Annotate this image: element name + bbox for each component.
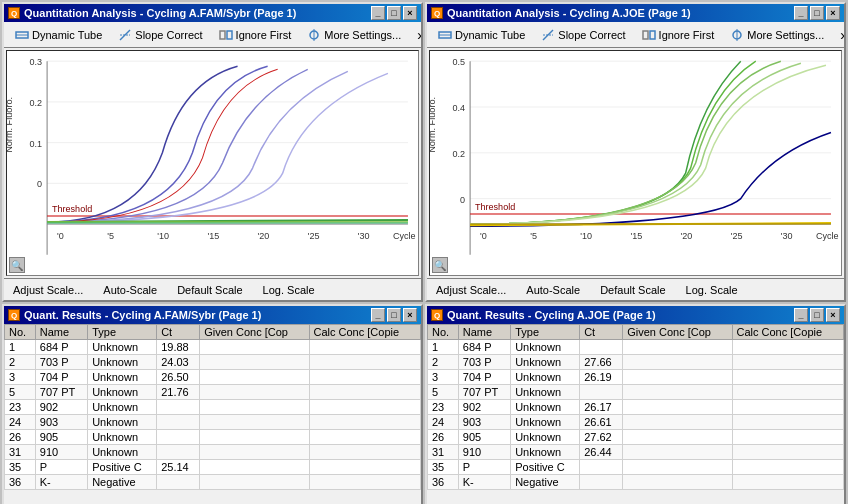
default-scale-btn-joe[interactable]: Default Scale [595, 282, 670, 298]
table-row: 35 P Positive C [428, 460, 844, 475]
results-maximize-joe[interactable]: □ [810, 308, 824, 322]
cell-no: 2 [5, 355, 36, 370]
zoom-icon-joe[interactable]: 🔍 [432, 257, 448, 273]
maximize-btn-fam[interactable]: □ [387, 6, 401, 20]
cell-type: Unknown [511, 385, 580, 400]
adjust-scale-btn-fam[interactable]: Adjust Scale... [8, 282, 88, 298]
chart-area-joe: 0.5 0.4 0.2 0 Norm. Fluoro. '0 '5 '10 '1… [429, 50, 842, 276]
slope-correct-btn-fam[interactable]: Slope Correct [111, 24, 209, 46]
svg-text:Threshold: Threshold [52, 204, 92, 214]
cell-no: 26 [428, 430, 459, 445]
extra-btn-fam[interactable]: » [410, 24, 423, 46]
svg-text:'20: '20 [258, 231, 270, 241]
ignore-first-btn-joe[interactable]: Ignore First [635, 24, 722, 46]
results-title-fam: Quant. Results - Cycling A.FAM/Sybr (Pag… [24, 309, 261, 321]
col-name-fam: Name [35, 325, 87, 340]
cell-given [200, 430, 309, 445]
maximize-btn-joe[interactable]: □ [810, 6, 824, 20]
scale-bar-fam: Adjust Scale... Auto-Scale Default Scale… [4, 278, 421, 300]
window-icon-fam: Q [8, 7, 20, 19]
cell-ct: 26.61 [580, 415, 623, 430]
close-btn-joe[interactable]: × [826, 6, 840, 20]
results-close-joe[interactable]: × [826, 308, 840, 322]
svg-text:'20: '20 [681, 231, 693, 241]
table-row: 1 684 P Unknown 19.88 [5, 340, 421, 355]
results-minimize-joe[interactable]: _ [794, 308, 808, 322]
cell-ct [157, 430, 200, 445]
slope-correct-btn-joe[interactable]: Slope Correct [534, 24, 632, 46]
extra-btn-joe[interactable]: » [833, 24, 846, 46]
cell-calc [309, 430, 421, 445]
col-calc-joe: Calc Conc [Copie [732, 325, 844, 340]
cell-type: Positive C [88, 460, 157, 475]
svg-text:0.3: 0.3 [30, 57, 43, 67]
cell-calc [309, 370, 421, 385]
table-row: 5 707 PT Unknown 21.76 [5, 385, 421, 400]
cell-no: 23 [428, 400, 459, 415]
cell-name: 902 [458, 400, 510, 415]
cell-name: 902 [35, 400, 87, 415]
chart-svg-joe: 0.5 0.4 0.2 0 Norm. Fluoro. '0 '5 '10 '1… [430, 51, 841, 275]
svg-text:'0: '0 [480, 231, 487, 241]
close-btn-fam[interactable]: × [403, 6, 417, 20]
dynamic-tube-btn-fam[interactable]: Dynamic Tube [8, 24, 109, 46]
scale-bar-joe: Adjust Scale... Auto-Scale Default Scale… [427, 278, 844, 300]
chart-window-joe: Q Quantitation Analysis - Cycling A.JOE … [425, 2, 846, 302]
results-table-container-fam: No. Name Type Ct Given Conc [Cop Calc Co… [4, 324, 421, 504]
results-minimize-fam[interactable]: _ [371, 308, 385, 322]
cell-name: P [35, 460, 87, 475]
auto-scale-btn-fam[interactable]: Auto-Scale [98, 282, 162, 298]
cell-no: 3 [5, 370, 36, 385]
minimize-btn-fam[interactable]: _ [371, 6, 385, 20]
table-row: 23 902 Unknown [5, 400, 421, 415]
log-scale-btn-fam[interactable]: Log. Scale [258, 282, 320, 298]
cell-no: 31 [5, 445, 36, 460]
cell-name: 903 [458, 415, 510, 430]
log-scale-btn-joe[interactable]: Log. Scale [681, 282, 743, 298]
col-type-joe: Type [511, 325, 580, 340]
cell-type: Positive C [511, 460, 580, 475]
auto-scale-btn-joe[interactable]: Auto-Scale [521, 282, 585, 298]
cell-name: 903 [35, 415, 87, 430]
window-title-joe: Quantitation Analysis - Cycling A.JOE (P… [447, 7, 691, 19]
cell-ct: 19.88 [157, 340, 200, 355]
results-table-fam: No. Name Type Ct Given Conc [Cop Calc Co… [4, 324, 421, 490]
results-close-fam[interactable]: × [403, 308, 417, 322]
cell-type: Unknown [88, 430, 157, 445]
adjust-scale-btn-joe[interactable]: Adjust Scale... [431, 282, 511, 298]
more-settings-btn-fam[interactable]: More Settings... [300, 24, 408, 46]
cell-no: 23 [5, 400, 36, 415]
minimize-btn-joe[interactable]: _ [794, 6, 808, 20]
col-calc-fam: Calc Conc [Copie [309, 325, 421, 340]
dynamic-tube-icon-joe [438, 28, 452, 42]
cell-type: Unknown [511, 415, 580, 430]
svg-text:0.5: 0.5 [453, 57, 466, 67]
cell-calc [309, 355, 421, 370]
dynamic-tube-btn-joe[interactable]: Dynamic Tube [431, 24, 532, 46]
cell-calc [732, 430, 844, 445]
default-scale-btn-fam[interactable]: Default Scale [172, 282, 247, 298]
dynamic-tube-label-joe: Dynamic Tube [455, 29, 525, 41]
svg-rect-34 [643, 31, 648, 39]
cell-given [623, 475, 732, 490]
cell-type: Unknown [88, 385, 157, 400]
cell-type: Unknown [88, 445, 157, 460]
cell-ct [157, 445, 200, 460]
svg-text:'5: '5 [107, 231, 114, 241]
ignore-first-btn-fam[interactable]: Ignore First [212, 24, 299, 46]
slope-correct-label-fam: Slope Correct [135, 29, 202, 41]
table-row: 35 P Positive C 25.14 [5, 460, 421, 475]
results-maximize-fam[interactable]: □ [387, 308, 401, 322]
cell-type: Negative [511, 475, 580, 490]
svg-text:0.2: 0.2 [453, 149, 466, 159]
more-settings-btn-joe[interactable]: More Settings... [723, 24, 831, 46]
cell-given [623, 370, 732, 385]
cell-ct [157, 415, 200, 430]
cell-ct: 25.14 [157, 460, 200, 475]
cell-no: 35 [5, 460, 36, 475]
table-row: 5 707 PT Unknown [428, 385, 844, 400]
zoom-icon-fam[interactable]: 🔍 [9, 257, 25, 273]
cell-calc [732, 445, 844, 460]
cell-no: 5 [428, 385, 459, 400]
results-table-joe: No. Name Type Ct Given Conc [Cop Calc Co… [427, 324, 844, 490]
